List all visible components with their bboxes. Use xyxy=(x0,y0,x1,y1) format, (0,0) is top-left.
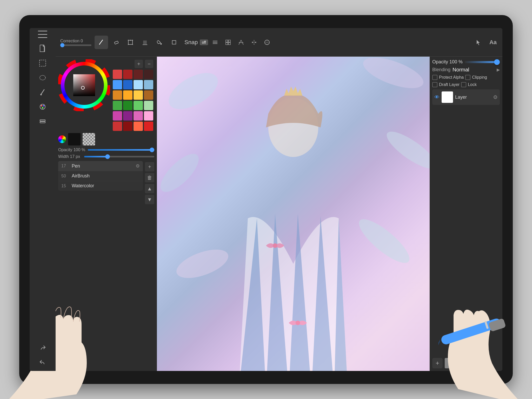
protect-alpha-box[interactable] xyxy=(432,75,437,80)
svg-rect-32 xyxy=(228,43,230,45)
add-swatch-btn[interactable]: + xyxy=(135,60,143,68)
svg-rect-12 xyxy=(40,122,45,123)
swatch-12[interactable] xyxy=(113,101,122,110)
layer-section: 👁 Layer ⚙ xyxy=(432,89,500,356)
checkbox-row-1: Protect Alpha Clipping xyxy=(432,75,500,80)
swatch-17[interactable] xyxy=(123,111,132,121)
swatch-7[interactable] xyxy=(144,80,153,89)
redo-icon[interactable] xyxy=(36,341,49,354)
correction-label: Correction 0 xyxy=(60,39,91,43)
layer-opacity-slider[interactable] xyxy=(465,61,500,63)
clipping-box[interactable] xyxy=(465,75,470,80)
draft-layer-checkbox[interactable]: Draft Layer xyxy=(432,82,460,87)
clipping-checkbox[interactable]: Clipping xyxy=(465,75,487,80)
add-brush-btn[interactable]: + xyxy=(145,162,154,171)
layer-visibility-icon[interactable]: 👁 xyxy=(434,94,440,100)
hamburger-menu[interactable] xyxy=(38,31,47,38)
svg-rect-3 xyxy=(39,60,46,66)
swatch-16[interactable] xyxy=(113,111,122,121)
brush-item-airbrush[interactable]: 50 AirBrush xyxy=(58,171,143,181)
delete-brush-btn[interactable]: 🗑 xyxy=(145,173,154,182)
swatch-14[interactable] xyxy=(134,101,143,110)
swatch-10[interactable] xyxy=(134,90,143,100)
move-brush-up-btn[interactable]: ▲ xyxy=(145,184,154,193)
move-brush-down-btn[interactable]: ▼ xyxy=(145,195,154,204)
remove-swatch-btn[interactable]: − xyxy=(145,60,153,68)
correction-slider[interactable] xyxy=(60,44,91,46)
swatch-13[interactable] xyxy=(123,101,132,110)
color-mode-icon[interactable] xyxy=(58,135,66,143)
color-wheel[interactable] xyxy=(58,59,110,112)
protect-alpha-checkbox[interactable]: Protect Alpha xyxy=(432,75,464,80)
eraser-tool-btn[interactable] xyxy=(109,36,123,49)
brush-item-watercolor[interactable]: 15 Watercolor xyxy=(58,181,143,191)
tablet-screen: Correction 0 xyxy=(30,28,502,371)
svg-point-47 xyxy=(163,66,224,117)
swatch-1[interactable] xyxy=(123,70,132,79)
correction-thumb xyxy=(60,43,64,47)
layer-opacity-section: Opacity 100 % xyxy=(432,59,500,65)
shape-tool-btn[interactable] xyxy=(167,36,181,49)
new-file-icon[interactable] xyxy=(36,42,49,55)
draft-layer-box[interactable] xyxy=(432,82,437,87)
circle-guide-btn[interactable] xyxy=(261,36,273,48)
brush-tool-icon[interactable] xyxy=(36,86,49,99)
swatch-23[interactable] xyxy=(144,122,153,131)
pencil-tool-btn[interactable] xyxy=(95,36,108,49)
swatch-3[interactable] xyxy=(144,70,153,79)
grid-squares-btn[interactable] xyxy=(222,36,234,48)
brush-num-pen: 17 xyxy=(61,164,69,168)
selection-icon[interactable] xyxy=(36,57,49,70)
swatch-0[interactable] xyxy=(113,70,122,79)
layers-icon[interactable] xyxy=(36,115,49,128)
layer-item[interactable]: 👁 Layer ⚙ xyxy=(432,89,500,105)
swatch-20[interactable] xyxy=(113,122,122,131)
fill-tool-btn[interactable] xyxy=(138,36,152,49)
symmetry-btn[interactable] xyxy=(248,36,260,48)
grid-lines-btn[interactable] xyxy=(209,36,221,48)
lock-checkbox[interactable]: Lock xyxy=(461,82,477,87)
color-preview-row xyxy=(58,133,154,145)
swatch-8[interactable] xyxy=(113,90,122,100)
svg-point-17 xyxy=(128,40,129,41)
swatch-18[interactable] xyxy=(134,111,143,121)
snap-off-badge[interactable]: off xyxy=(200,39,208,45)
text-tool-btn[interactable]: Aa xyxy=(486,36,500,49)
bucket-tool-btn[interactable] xyxy=(153,36,166,49)
swatch-6[interactable] xyxy=(134,80,143,89)
background-color[interactable] xyxy=(83,133,95,145)
swatch-21[interactable] xyxy=(123,122,132,131)
brush-settings-pen[interactable]: ⚙ xyxy=(136,163,140,169)
swatch-2[interactable] xyxy=(134,70,143,79)
layer-settings-icon[interactable]: ⚙ xyxy=(493,94,498,100)
svg-point-55 xyxy=(273,243,277,248)
add-layer-btn[interactable]: + xyxy=(432,358,443,368)
color-picker-icon[interactable] xyxy=(36,100,49,113)
svg-point-10 xyxy=(42,107,43,109)
canvas-area[interactable] xyxy=(157,57,430,371)
width-row: Width 17 px xyxy=(58,154,154,159)
swatch-9[interactable] xyxy=(123,90,132,100)
brush-opacity-slider[interactable] xyxy=(88,149,154,151)
undo-icon[interactable] xyxy=(36,355,49,368)
svg-line-5 xyxy=(41,90,44,94)
foreground-color[interactable] xyxy=(68,133,81,145)
swatch-22[interactable] xyxy=(134,122,143,131)
swatch-19[interactable] xyxy=(144,111,153,121)
lock-box[interactable] xyxy=(461,82,466,87)
swatch-4[interactable] xyxy=(113,80,122,89)
transform-tool-btn[interactable] xyxy=(124,36,137,49)
width-thumb xyxy=(105,154,110,159)
cursor-tool-btn[interactable] xyxy=(472,36,485,49)
swatch-11[interactable] xyxy=(144,90,153,100)
lasso-icon[interactable] xyxy=(36,71,49,84)
tablet-device: Correction 0 xyxy=(19,15,513,384)
brush-item-pen[interactable]: 17 Pen ⚙ xyxy=(58,161,143,171)
brush-width-slider[interactable] xyxy=(84,156,154,157)
perspective-btn[interactable] xyxy=(235,36,247,48)
svg-rect-29 xyxy=(226,40,228,42)
swatch-5[interactable] xyxy=(123,80,132,89)
layer-mini-thumb[interactable] xyxy=(445,358,455,368)
swatch-15[interactable] xyxy=(144,101,153,110)
blending-dropdown-arrow[interactable]: ▶ xyxy=(497,67,500,72)
